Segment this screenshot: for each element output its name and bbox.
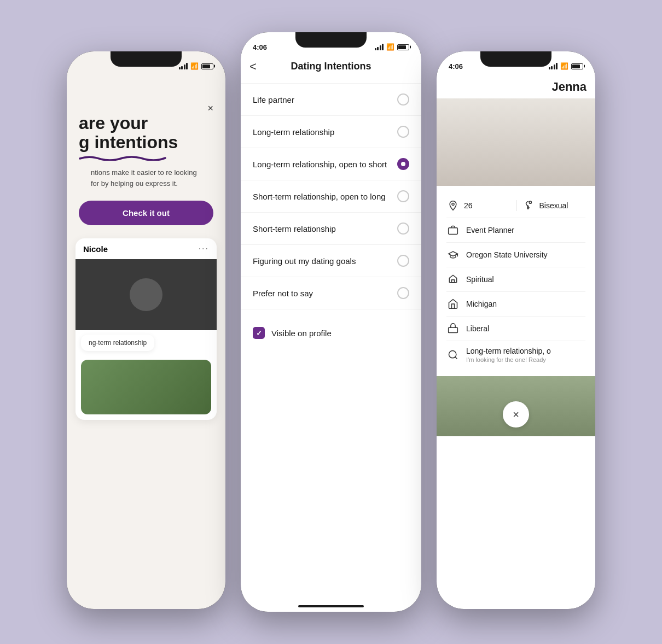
option-label-4: Short-term relationship — [253, 224, 336, 233]
back-button[interactable]: < — [249, 60, 257, 74]
sexuality-icon — [522, 199, 535, 212]
headline-1: are your g intentions ntions make it eas… — [67, 81, 225, 189]
time-3: 4:06 — [449, 62, 463, 71]
close-circle-button[interactable]: × — [503, 401, 529, 428]
radio-3[interactable] — [397, 190, 409, 202]
bottom-photo: × — [437, 376, 595, 436]
option-label-2: Long-term relationship, open to short — [253, 160, 387, 169]
job-row: Event Planner — [446, 218, 585, 243]
looking-for-row: Long-term relationship, o I'm looking fo… — [446, 341, 585, 368]
radio-1[interactable] — [397, 126, 409, 138]
option-short-term[interactable]: Short-term relationship — [241, 212, 421, 244]
jenna-name: Jenna — [551, 80, 586, 94]
politics-value: Liberal — [466, 324, 489, 333]
card-dots[interactable]: ··· — [199, 244, 209, 254]
radio-2[interactable] — [397, 158, 409, 170]
wifi-icon-3: 📶 — [560, 62, 568, 70]
looking-for-icon — [446, 348, 460, 361]
job-value: Event Planner — [466, 226, 514, 235]
underline-decoration — [79, 153, 166, 160]
option-figuring-out[interactable]: Figuring out my dating goals — [241, 244, 421, 277]
age-icon — [446, 199, 460, 212]
phone-3: 4:06 📶 Jenna — [437, 51, 595, 609]
svg-rect-2 — [449, 228, 458, 235]
option-label-3: Short-term relationship, open to long — [253, 192, 386, 201]
option-prefer-not[interactable]: Prefer not to say — [241, 277, 421, 309]
religion-row: Spiritual — [446, 267, 585, 292]
card-photo-2 — [81, 360, 211, 414]
svg-point-5 — [449, 351, 456, 358]
location-row: Michigan — [446, 292, 585, 317]
nicole-card: Nicole ··· ng-term relationship — [76, 238, 217, 420]
job-icon — [446, 224, 460, 237]
age-value: 26 — [464, 201, 473, 210]
status-icons-1: 📶 — [179, 62, 214, 70]
signal-icon-3 — [549, 63, 558, 69]
notch-2 — [295, 32, 367, 48]
battery-icon-2 — [397, 44, 409, 50]
status-icons-3: 📶 — [549, 62, 584, 70]
notch-3 — [480, 51, 551, 67]
card-name: Nicole — [83, 244, 108, 254]
close-button-1[interactable]: × — [207, 103, 213, 114]
politics-row: Liberal — [446, 317, 585, 341]
jenna-header: Jenna — [437, 75, 595, 98]
politics-icon — [446, 322, 460, 335]
visible-checkbox[interactable] — [253, 327, 265, 339]
university-icon — [446, 248, 460, 261]
option-label-5: Figuring out my dating goals — [253, 256, 356, 266]
phone3-content: Jenna 26 — [437, 75, 595, 609]
option-life-partner[interactable]: Life partner — [241, 83, 421, 115]
radio-0[interactable] — [397, 93, 409, 106]
check-it-out-button[interactable]: Check it out — [79, 201, 213, 225]
signal-icon-2 — [375, 44, 384, 50]
radio-4[interactable] — [397, 223, 409, 235]
age-block: 26 — [446, 199, 510, 212]
divider — [516, 200, 516, 211]
option-label-6: Prefer not to say — [253, 289, 313, 298]
svg-rect-3 — [452, 280, 455, 283]
home-indicator-2 — [298, 605, 364, 607]
svg-point-1 — [529, 201, 531, 203]
university-row: Oregon State University — [446, 243, 585, 267]
looking-for-desc: I'm looking for the one! Ready — [466, 356, 551, 363]
cards-section: Nicole ··· ng-term relationship — [67, 238, 225, 420]
headline-line1: are your — [79, 113, 148, 133]
status-icons-2: 📶 — [375, 43, 410, 51]
looking-for-value: Long-term relationship, o — [466, 347, 551, 355]
relationship-tag: ng-term relationship — [81, 335, 154, 351]
options-list: Life partner Long-term relationship Long… — [241, 83, 421, 309]
radio-6[interactable] — [397, 287, 409, 299]
card-photo — [76, 259, 217, 330]
phone2-content: < Dating Intentions Life partner Long-te… — [241, 56, 421, 612]
notch-1 — [111, 51, 182, 67]
option-long-term-open[interactable]: Long-term relationship, open to short — [241, 148, 421, 180]
wifi-icon-2: 📶 — [386, 43, 394, 51]
phone1-description: ntions make it easier to re looking for … — [79, 167, 213, 189]
close-circle-icon: × — [513, 408, 519, 421]
location-value: Michigan — [466, 300, 497, 308]
svg-point-0 — [452, 203, 454, 205]
university-value: Oregon State University — [466, 250, 548, 259]
sexuality-block: Bisexual — [522, 199, 586, 212]
svg-rect-4 — [449, 327, 458, 332]
wifi-icon-1: 📶 — [190, 62, 199, 70]
person-photo — [76, 259, 217, 330]
option-label-0: Life partner — [253, 95, 294, 104]
nav-header: < Dating Intentions — [241, 56, 421, 79]
looking-for-text-block: Long-term relationship, o I'm looking fo… — [466, 347, 551, 363]
phone-2: 4:06 📶 < Dating Intentions Life partner — [241, 32, 421, 612]
phone-1: 📶 × are your g intentions ntions m — [67, 51, 225, 609]
option-long-term[interactable]: Long-term relationship — [241, 115, 421, 148]
age-sexuality-row: 26 Bisexual — [446, 194, 585, 218]
visible-label: Visible on profile — [271, 329, 332, 338]
headline-line2: g intentions — [79, 132, 178, 152]
visible-profile-row[interactable]: Visible on profile — [241, 314, 421, 352]
time-2: 4:06 — [253, 43, 267, 51]
battery-icon-1 — [201, 63, 213, 69]
option-short-term-open[interactable]: Short-term relationship, open to long — [241, 180, 421, 212]
option-label-1: Long-term relationship — [253, 127, 334, 137]
radio-5[interactable] — [397, 255, 409, 267]
sexuality-value: Bisexual — [539, 201, 568, 210]
signal-icon-1 — [179, 63, 188, 69]
